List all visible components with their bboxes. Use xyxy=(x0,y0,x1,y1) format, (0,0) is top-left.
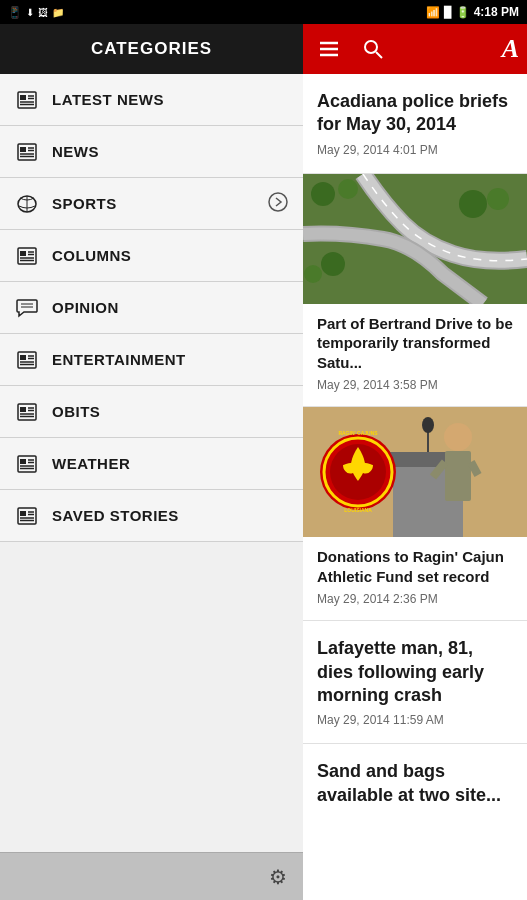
news-item-4[interactable]: Lafayette man, 81, dies following early … xyxy=(303,621,527,744)
news-image-3: LOUISIANA RAGIN' CAJUNS xyxy=(303,407,527,537)
news-item-1[interactable]: Acadiana police briefs for May 30, 2014 … xyxy=(303,74,527,174)
news-date-2: May 29, 2014 3:58 PM xyxy=(317,378,513,392)
weather-icon xyxy=(14,451,40,477)
status-bar-right: 📶 ▉ 🔋 4:18 PM xyxy=(426,5,519,19)
arrow-right-icon xyxy=(267,191,289,217)
signal-icon: ▉ xyxy=(444,6,452,19)
sports-icon xyxy=(14,191,40,217)
svg-rect-16 xyxy=(20,251,26,256)
sidebar-item-label: SAVED STORIES xyxy=(52,507,289,524)
aerial-road-image xyxy=(303,174,527,304)
news-date-3: May 29, 2014 2:36 PM xyxy=(317,592,513,606)
sidebar-item-label: LATEST NEWS xyxy=(52,91,289,108)
opinion-icon xyxy=(14,295,40,321)
obits-icon xyxy=(14,399,40,425)
status-bar: 📱 ⬇ 🖼 📁 📶 ▉ 🔋 4:18 PM xyxy=(0,0,527,24)
news-date-4: May 29, 2014 11:59 AM xyxy=(317,713,513,727)
svg-point-56 xyxy=(487,188,509,210)
folder-icon: 📁 xyxy=(52,7,64,18)
svg-point-53 xyxy=(311,182,335,206)
wifi-off-icon: 📶 xyxy=(426,6,440,19)
categories-title: CATEGORIES xyxy=(91,39,212,59)
nav-list: LATEST NEWS NEWS xyxy=(0,74,303,852)
sidebar-item-weather[interactable]: WEATHER xyxy=(0,438,303,490)
svg-rect-1 xyxy=(20,95,26,100)
sidebar-item-label: SPORTS xyxy=(52,195,267,212)
svg-point-55 xyxy=(459,190,487,218)
bottom-bar: ⚙ xyxy=(0,852,303,900)
newspaper-icon xyxy=(14,87,40,113)
sidebar-item-label: OPINION xyxy=(52,299,289,316)
status-bar-left: 📱 ⬇ 🖼 📁 xyxy=(8,6,64,19)
phone-icon: 📱 xyxy=(8,6,22,19)
news-image-2 xyxy=(303,174,527,304)
left-panel: CATEGORIES LATEST NEWS xyxy=(0,24,303,900)
news-title-5: Sand and bags available at two site... xyxy=(317,760,513,807)
sidebar-item-news[interactable]: NEWS xyxy=(0,126,303,178)
svg-text:RAGIN' CAJUNS: RAGIN' CAJUNS xyxy=(338,430,378,436)
news-title-3: Donations to Ragin' Cajun Athletic Fund … xyxy=(317,547,513,586)
saved-icon xyxy=(14,503,40,529)
news-content-3: Donations to Ragin' Cajun Athletic Fund … xyxy=(303,537,527,620)
svg-point-64 xyxy=(444,423,472,451)
columns-icon xyxy=(14,243,40,269)
news-title-2: Part of Bertrand Drive to be temporarily… xyxy=(317,314,513,373)
app-logo: A xyxy=(502,34,519,64)
svg-text:LOUISIANA: LOUISIANA xyxy=(344,507,372,513)
sidebar-item-label: WEATHER xyxy=(52,455,289,472)
svg-point-14 xyxy=(269,193,287,211)
sidebar-item-label: ENTERTAINMENT xyxy=(52,351,289,368)
battery-icon: 🔋 xyxy=(456,6,470,19)
news-content-2: Part of Bertrand Drive to be temporarily… xyxy=(303,304,527,407)
news-item-2[interactable]: Part of Bertrand Drive to be temporarily… xyxy=(303,174,527,408)
menu-button[interactable] xyxy=(311,31,347,67)
download-icon: ⬇ xyxy=(26,7,34,18)
svg-point-54 xyxy=(338,179,358,199)
news-title-4: Lafayette man, 81, dies following early … xyxy=(317,637,513,707)
sidebar-item-sports[interactable]: SPORTS xyxy=(0,178,303,230)
settings-icon[interactable]: ⚙ xyxy=(269,865,287,889)
news-feed: Acadiana police briefs for May 30, 2014 … xyxy=(303,74,527,900)
news-icon xyxy=(14,139,40,165)
right-header: A xyxy=(303,24,527,74)
svg-rect-36 xyxy=(20,459,26,464)
sidebar-item-columns[interactable]: COLUMNS xyxy=(0,230,303,282)
sidebar-item-label: COLUMNS xyxy=(52,247,289,264)
time-display: 4:18 PM xyxy=(474,5,519,19)
news-date-1: May 29, 2014 4:01 PM xyxy=(317,143,513,157)
svg-point-50 xyxy=(365,41,377,53)
svg-rect-30 xyxy=(20,407,26,412)
svg-rect-7 xyxy=(20,147,26,152)
svg-point-57 xyxy=(321,252,345,276)
right-panel: A Acadiana police briefs for May 30, 201… xyxy=(303,24,527,900)
app-container: CATEGORIES LATEST NEWS xyxy=(0,24,527,900)
entertainment-icon xyxy=(14,347,40,373)
search-button[interactable] xyxy=(355,31,391,67)
sidebar-item-label: NEWS xyxy=(52,143,289,160)
sidebar-item-latest-news[interactable]: LATEST NEWS xyxy=(0,74,303,126)
svg-point-63 xyxy=(422,417,434,433)
categories-header: CATEGORIES xyxy=(0,24,303,74)
svg-rect-24 xyxy=(20,355,26,360)
news-item-3[interactable]: LOUISIANA RAGIN' CAJUNS Donations to Rag… xyxy=(303,407,527,621)
svg-line-51 xyxy=(376,52,382,58)
sidebar-item-saved-stories[interactable]: SAVED STORIES xyxy=(0,490,303,542)
svg-rect-42 xyxy=(20,511,26,516)
sidebar-item-label: OBITS xyxy=(52,403,289,420)
svg-rect-65 xyxy=(445,451,471,501)
sidebar-item-obits[interactable]: OBITS xyxy=(0,386,303,438)
news-item-5[interactable]: Sand and bags available at two site... xyxy=(303,744,527,829)
news-title-1: Acadiana police briefs for May 30, 2014 xyxy=(317,90,513,137)
svg-point-58 xyxy=(304,265,322,283)
sidebar-item-opinion[interactable]: OPINION xyxy=(0,282,303,334)
image-icon: 🖼 xyxy=(38,7,48,18)
sidebar-item-entertainment[interactable]: ENTERTAINMENT xyxy=(0,334,303,386)
